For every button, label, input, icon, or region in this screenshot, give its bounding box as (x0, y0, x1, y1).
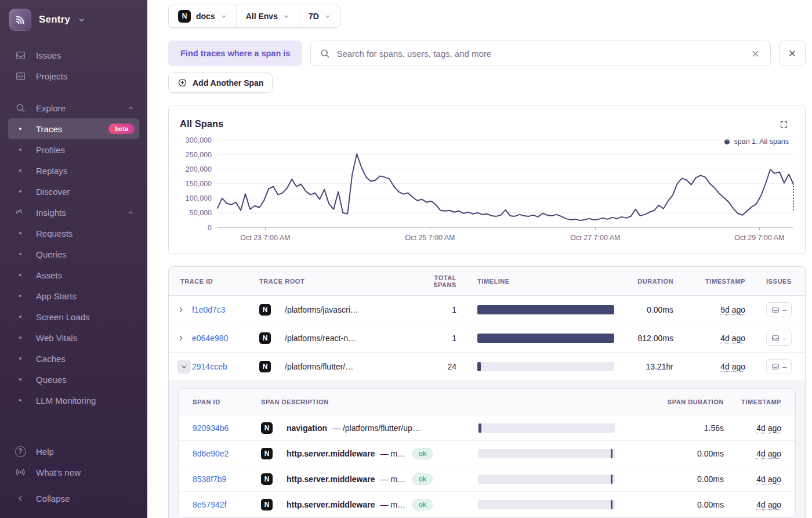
close-icon (751, 49, 760, 59)
org-switcher[interactable]: Sentry (0, 0, 147, 40)
timestamp-link[interactable]: 4d ago (756, 449, 781, 458)
date-range-selector[interactable]: 7D (299, 5, 340, 27)
timestamp-link[interactable]: 4d ago (756, 474, 781, 484)
issues-box-icon (771, 306, 780, 314)
span-id-link[interactable]: 920934b6 (193, 423, 229, 433)
timestamp-link[interactable]: 4d ago (756, 500, 781, 509)
timeline-bar (477, 362, 481, 371)
chevron-down-icon (78, 16, 85, 24)
add-another-span-button[interactable]: Add Another Span (168, 73, 273, 93)
chevron-up-icon (127, 104, 135, 112)
nextjs-icon: N (261, 422, 273, 434)
sidebar-item-discover[interactable]: Discover (8, 181, 139, 202)
issues-box-icon (771, 334, 780, 342)
sidebar-item-caches[interactable]: Caches (8, 348, 139, 369)
svg-text:150,000: 150,000 (186, 180, 212, 188)
timeline-bar (611, 449, 612, 458)
timestamp-link[interactable]: 4d ago (720, 362, 745, 371)
sidebar-section-insights[interactable]: Insights (8, 202, 139, 223)
add-span-label: Add Another Span (193, 78, 263, 88)
svg-text:0: 0 (208, 224, 212, 232)
environment-selector[interactable]: All Envs (237, 5, 299, 27)
help-icon: ? (13, 446, 28, 457)
expand-row-button[interactable] (169, 306, 192, 314)
sidebar-item-help[interactable]: ? Help (8, 441, 139, 462)
sidebar-item-label: Replays (36, 166, 67, 176)
timeline-track (478, 423, 615, 433)
sidebar-item-assets[interactable]: Assets (8, 265, 139, 285)
issues-button[interactable]: – (766, 359, 792, 374)
sidebar-item-profiles[interactable]: Profiles (8, 139, 139, 160)
sidebar-item-label: Help (36, 447, 54, 457)
sidebar-collapse-button[interactable]: Collapse (8, 488, 139, 509)
sentry-logo-icon (9, 9, 31, 31)
span-id-link[interactable]: 8d6e90e2 (193, 449, 229, 458)
span-id-link[interactable]: 8e57942f (193, 500, 226, 509)
chevron-down-icon (180, 363, 188, 371)
sidebar-item-projects[interactable]: Projects (8, 66, 139, 86)
col-timestamp: TIMESTAMP (726, 399, 795, 405)
sidebar-item-requests[interactable]: Requests (8, 223, 139, 244)
issues-button[interactable]: – (766, 331, 792, 346)
span-search-input[interactable] (336, 49, 744, 59)
spans-subtable: SPAN ID SPAN DESCRIPTION SPAN DURATION T… (178, 388, 796, 518)
expand-chart-button[interactable] (780, 120, 788, 129)
section-label: Insights (36, 208, 66, 218)
sidebar-item-llm-monitoring[interactable]: LLM Monitoring (8, 390, 139, 411)
timestamp-link[interactable]: 5d ago (720, 305, 745, 314)
sidebar-item-label: Assets (36, 270, 62, 280)
sidebar-item-queues[interactable]: Queues (8, 369, 139, 390)
col-span-id: SPAN ID (179, 399, 248, 405)
issues-count: – (782, 334, 786, 343)
page-filter-bar: N docs All Envs 7D (168, 5, 340, 28)
nextjs-icon: N (178, 10, 191, 23)
sidebar-item-web-vitals[interactable]: Web Vitals (8, 327, 139, 348)
issues-count: – (782, 363, 786, 371)
sidebar-item-issues[interactable]: Issues (8, 45, 139, 66)
col-duration: DURATION (624, 278, 679, 285)
project-selector[interactable]: N docs (169, 5, 237, 27)
sidebar-section-explore[interactable]: Explore (8, 97, 139, 118)
timestamp-link[interactable]: 4d ago (720, 334, 745, 343)
span-duration: 0.00ms (624, 474, 726, 484)
sidebar-item-app-starts[interactable]: App Starts (8, 285, 139, 306)
sidebar-item-screen-loads[interactable]: Screen Loads (8, 306, 139, 327)
sidebar-item-replays[interactable]: Replays (8, 160, 139, 181)
timeline-track (478, 474, 615, 484)
sidebar-item-traces[interactable]: Traces beta (8, 118, 139, 139)
trace-id-link[interactable]: e064e980 (192, 334, 228, 343)
span-id-link[interactable]: 8538f7b9 (193, 474, 226, 484)
chevron-down-icon (283, 13, 289, 20)
timestamp-link[interactable]: 4d ago (756, 423, 781, 433)
issues-button[interactable]: – (766, 302, 792, 317)
chevron-left-icon (13, 494, 28, 503)
find-traces-chip[interactable]: Find traces where a span is (168, 41, 302, 66)
collapse-row-button[interactable] (177, 360, 191, 374)
span-row: 8e57942f Nhttp.server.middleware— m…ok 0… (179, 492, 795, 517)
sidebar-item-queries[interactable]: Queries (8, 244, 139, 265)
fullscreen-icon (780, 120, 788, 129)
subtable-header-row: SPAN ID SPAN DESCRIPTION SPAN DURATION T… (179, 389, 795, 415)
span-duration: 0.00ms (624, 449, 726, 458)
sidebar-item-label: Queries (36, 249, 67, 259)
table-header-row: TRACE ID TRACE ROOT TOTAL SPANS TIMELINE… (169, 267, 805, 296)
duration: 812.00ms (624, 334, 679, 343)
sidebar-item-label: What's new (36, 468, 81, 477)
sidebar-item-whats-new[interactable]: What's new (8, 462, 139, 483)
span-duration: 1.56s (624, 423, 726, 433)
trace-id-link[interactable]: 2914cceb (192, 362, 227, 371)
clear-search-button[interactable] (749, 48, 762, 60)
trace-id-link[interactable]: f1e0d7c3 (192, 305, 226, 314)
timeline-track (477, 305, 614, 314)
beta-badge: beta (108, 124, 135, 134)
section-label: Explore (36, 103, 66, 113)
nextjs-icon: N (261, 473, 273, 485)
remove-span-filter-button[interactable] (779, 41, 806, 66)
span-description: — /platforms/flutter/up… (332, 423, 420, 433)
svg-text:250,000: 250,000 (186, 151, 212, 159)
bullet-icon (19, 295, 21, 297)
table-row: e064e980 N/platforms/react-n… 1 812.00ms… (169, 324, 805, 353)
expand-row-button[interactable] (169, 334, 192, 342)
timeline-bar (478, 423, 481, 433)
span-op: navigation (287, 423, 327, 433)
